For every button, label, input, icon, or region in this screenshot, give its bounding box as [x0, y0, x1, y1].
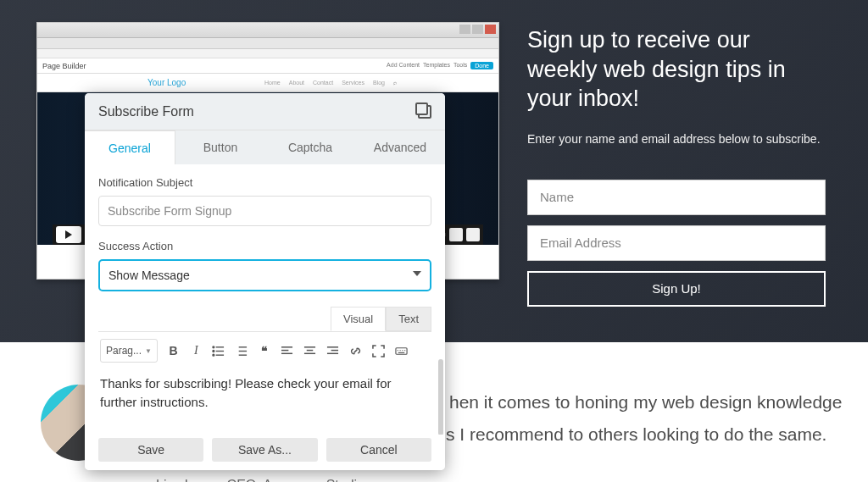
signup-button[interactable]: Sign Up! [527, 271, 826, 307]
svg-rect-18 [396, 347, 407, 354]
notification-label: Notification Subject [98, 176, 431, 189]
builder-header: Page Builder Add Content Templates Tools… [37, 58, 498, 74]
builder-done[interactable]: Done [470, 62, 493, 69]
builder-tools[interactable]: Tools [453, 62, 467, 69]
builder-title: Page Builder [42, 62, 86, 70]
success-action-select[interactable]: Show Message [98, 259, 431, 291]
browser-tabs [37, 38, 498, 49]
keyboard-icon[interactable] [395, 345, 409, 357]
fullscreen-icon[interactable] [466, 228, 480, 241]
restore-window-icon[interactable] [418, 105, 431, 119]
modal-title: Subscribe Form [98, 104, 194, 119]
quote-icon[interactable]: ❝ [258, 344, 272, 358]
link-icon[interactable] [349, 345, 364, 357]
tab-button[interactable]: Button [175, 130, 265, 164]
save-button[interactable]: Save [98, 438, 203, 462]
site-header: Your Logo Home About Contact Services Bl… [37, 74, 498, 92]
number-list-icon[interactable] [235, 345, 249, 357]
modal-tabs: General Button Captcha Advanced [85, 130, 445, 164]
signup-form: Sign Up! [527, 180, 826, 307]
modal-footer: Save Save As... Cancel [85, 435, 445, 470]
browser-address [37, 49, 498, 58]
quote-partial2: s I recommend to others looking to do th… [446, 420, 826, 449]
editor-tab-visual[interactable]: Visual [331, 307, 386, 331]
subscribe-form-modal: Subscribe Form General Button Captcha Ad… [85, 93, 445, 470]
tab-advanced[interactable]: Advanced [355, 130, 445, 164]
signup-panel: Sign up to receive our weekly web design… [527, 25, 826, 307]
align-center-icon[interactable] [303, 345, 318, 357]
tab-general[interactable]: General [85, 130, 175, 164]
builder-add[interactable]: Add Content [387, 62, 420, 69]
tab-captcha[interactable]: Captcha [265, 130, 355, 164]
chevron-down-icon [413, 271, 421, 276]
svg-point-0 [213, 346, 214, 347]
save-as-button[interactable]: Save As... [212, 438, 317, 462]
notification-input[interactable] [98, 196, 431, 226]
nav-item[interactable]: Blog [373, 80, 385, 86]
bold-icon[interactable]: B [166, 344, 181, 357]
italic-icon[interactable]: I [189, 344, 203, 357]
search-icon[interactable]: ⌕ [393, 80, 397, 86]
svg-point-2 [213, 350, 214, 352]
modal-titlebar[interactable]: Subscribe Form [85, 93, 445, 130]
email-input[interactable] [527, 225, 826, 261]
modal-body: Notification Subject Success Action Show… [85, 164, 445, 435]
nav-item[interactable]: About [289, 80, 304, 86]
editor-content[interactable]: Thanks for subscribing! Please check you… [98, 369, 431, 412]
hero-subtext: Enter your name and email address below … [527, 132, 826, 146]
hero-heading: Sign up to receive our weekly web design… [527, 25, 826, 114]
gear-icon[interactable] [449, 228, 463, 241]
attribution: Lisa Lane - CEO, Awesome Studios [156, 478, 371, 482]
bullet-list-icon[interactable] [212, 345, 226, 357]
align-left-icon[interactable] [281, 345, 295, 357]
editor-tab-text[interactable]: Text [386, 307, 431, 331]
quote-partial1: hen it comes to honing my web design kno… [449, 388, 842, 417]
align-right-icon[interactable] [326, 345, 341, 357]
nav-item[interactable]: Contact [313, 80, 333, 86]
nav-item[interactable]: Home [264, 80, 281, 86]
paragraph-select[interactable]: Parag... [100, 339, 158, 363]
editor-toolbar: Parag... B I ❝ [98, 332, 431, 369]
builder-templates[interactable]: Templates [423, 62, 450, 69]
name-input[interactable] [527, 180, 826, 215]
svg-point-4 [213, 354, 214, 356]
cancel-button[interactable]: Cancel [326, 438, 431, 462]
editor-tabs: Visual Text [98, 307, 431, 332]
play-button[interactable] [56, 226, 81, 243]
success-label: Success Action [98, 240, 431, 252]
nav-item[interactable]: Services [342, 80, 364, 86]
fullscreen-icon[interactable] [372, 345, 387, 357]
browser-chrome [37, 23, 498, 38]
scrollbar[interactable] [438, 359, 443, 435]
site-nav: Home About Contact Services Blog ⌕ [264, 80, 397, 86]
site-logo: Your Logo [147, 78, 186, 87]
